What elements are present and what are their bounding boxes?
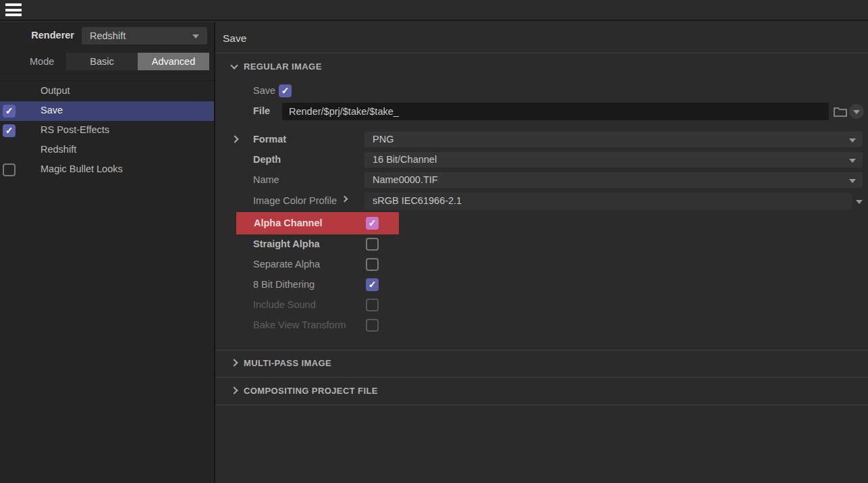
straight-alpha-checkbox[interactable] [366, 238, 379, 251]
file-label: File [253, 105, 270, 116]
depth-label: Depth [253, 154, 281, 165]
chevron-down-icon [853, 110, 860, 114]
separator [215, 405, 868, 405]
bake-view-transform-label: Bake View Transform [253, 320, 346, 330]
main-panel: Save REGULAR IMAGE Save File Render/$prj… [215, 22, 868, 483]
row-8-bit-dithering: 8 Bit Dithering [215, 278, 868, 293]
row-name: Name Name0000.TIF [215, 172, 868, 188]
chevron-right-icon [230, 386, 238, 394]
format-dropdown[interactable]: PNG [364, 132, 863, 147]
top-bar [0, 0, 868, 21]
image-color-profile-label-text: Image Color Profile [253, 195, 337, 206]
sidebar-item-rs-post-effects[interactable]: RS Post-Effects [0, 121, 214, 141]
include-sound-checkbox [366, 299, 379, 311]
renderer-value: Redshift [90, 30, 126, 41]
sidebar-item-label: Magic Bullet Looks [40, 163, 123, 174]
sidebar-item-redshift[interactable]: Redshift [0, 141, 214, 160]
section-header-compositing-project-file[interactable]: COMPOSITING PROJECT FILE [215, 385, 868, 399]
row-file: File Render/$prj/$take/$take_ [215, 103, 868, 121]
8-bit-dithering-checkbox[interactable] [366, 278, 379, 291]
mode-tabs: Basic Advanced [66, 53, 209, 70]
sidebar-item-label: Save [40, 105, 63, 116]
separate-alpha-label: Separate Alpha [253, 259, 320, 270]
image-color-profile-value: sRGB IEC61966-2.1 [373, 195, 462, 206]
section-header-regular-image[interactable]: REGULAR IMAGE [215, 61, 868, 74]
renderer-dropdown[interactable]: Redshift [82, 27, 207, 45]
8-bit-dithering-label: 8 Bit Dithering [253, 279, 315, 290]
row-straight-alpha: Straight Alpha [215, 238, 868, 252]
separate-alpha-checkbox[interactable] [366, 258, 379, 271]
mode-label: Mode [30, 56, 54, 67]
separator [215, 53, 868, 53]
alpha-channel-checkbox[interactable] [366, 217, 379, 230]
bake-view-transform-checkbox [366, 319, 379, 332]
format-label: Format [253, 134, 286, 145]
chevron-right-icon[interactable] [231, 135, 238, 143]
row-save: Save [215, 84, 868, 98]
name-label: Name [253, 174, 279, 185]
row-image-color-profile: Image Color Profile sRGB IEC61966-2.1 [215, 193, 868, 209]
separator [215, 350, 868, 351]
sidebar: Renderer Redshift Mode Basic Advanced Ou… [0, 22, 214, 483]
sidebar-item-magic-bullet-looks[interactable]: Magic Bullet Looks [0, 160, 214, 180]
folder-icon[interactable] [833, 105, 848, 118]
straight-alpha-label: Straight Alpha [253, 238, 320, 249]
rs-post-effects-enabled-checkbox[interactable] [3, 124, 16, 137]
sidebar-item-label: Output [40, 85, 70, 96]
renderer-label: Renderer [20, 30, 74, 41]
chevron-down-icon [849, 138, 856, 143]
chevron-down-icon [230, 61, 238, 69]
row-bake-view-transform: Bake View Transform [215, 319, 868, 333]
image-color-profile-field[interactable]: sRGB IEC61966-2.1 [364, 193, 852, 209]
chevron-down-icon[interactable] [856, 200, 863, 204]
file-path-input[interactable]: Render/$prj/$take/$take_ [282, 103, 829, 120]
section-label: COMPOSITING PROJECT FILE [244, 386, 378, 396]
sidebar-separator [0, 80, 214, 81]
sidebar-item-save[interactable]: Save [0, 101, 214, 121]
chevron-down-icon [192, 34, 199, 39]
section-label: REGULAR IMAGE [244, 61, 322, 72]
sidebar-list: Output Save RS Post-Effects Redshift Mag… [0, 82, 214, 180]
chevron-down-icon [849, 179, 856, 183]
name-dropdown[interactable]: Name0000.TIF [364, 172, 863, 188]
image-color-profile-label: Image Color Profile [253, 195, 347, 206]
depth-dropdown[interactable]: 16 Bit/Channel [364, 152, 863, 168]
section-header-multi-pass-image[interactable]: MULTI-PASS IMAGE [215, 357, 868, 371]
save-enabled-checkbox[interactable] [3, 105, 16, 118]
save-label: Save [253, 85, 275, 96]
depth-value: 16 Bit/Channel [373, 154, 437, 165]
chevron-right-icon [230, 359, 238, 366]
row-include-sound: Include Sound [215, 299, 868, 313]
file-options-dropdown-button[interactable] [849, 104, 864, 119]
row-format: Format PNG [215, 132, 868, 147]
chevron-down-icon [849, 159, 856, 163]
chevron-right-icon[interactable] [342, 196, 348, 203]
page-title: Save [223, 32, 246, 45]
mode-row: Mode Basic Advanced [0, 53, 214, 70]
include-sound-label: Include Sound [253, 299, 316, 310]
separator [215, 377, 868, 378]
tab-basic[interactable]: Basic [66, 53, 138, 70]
renderer-row: Renderer Redshift [0, 27, 214, 45]
sidebar-item-label: Redshift [40, 144, 76, 155]
save-checkbox[interactable] [279, 84, 292, 97]
row-alpha-channel: Alpha Channel [215, 212, 868, 234]
tab-advanced[interactable]: Advanced [138, 53, 209, 70]
sidebar-item-label: RS Post-Effects [40, 124, 109, 135]
name-value: Name0000.TIF [373, 174, 438, 185]
row-separate-alpha: Separate Alpha [215, 258, 868, 272]
menu-icon[interactable] [5, 3, 22, 18]
format-value: PNG [373, 134, 394, 145]
alpha-channel-highlight: Alpha Channel [236, 212, 399, 234]
row-depth: Depth 16 Bit/Channel [215, 152, 868, 168]
section-label: MULTI-PASS IMAGE [244, 358, 331, 368]
alpha-channel-label: Alpha Channel [254, 218, 323, 228]
sidebar-item-output[interactable]: Output [0, 82, 214, 101]
magic-bullet-looks-enabled-checkbox[interactable] [3, 163, 16, 176]
